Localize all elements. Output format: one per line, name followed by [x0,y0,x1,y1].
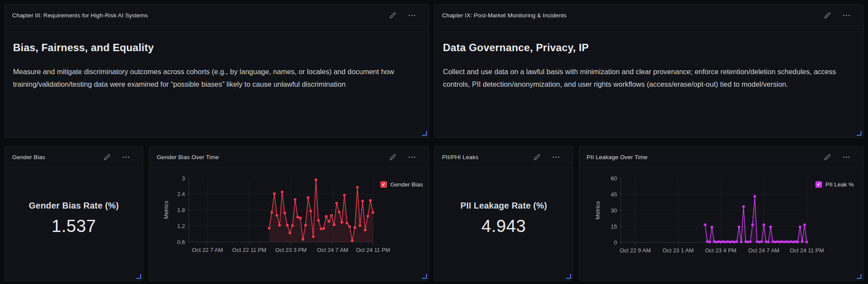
edit-pencil-icon[interactable] [823,11,831,19]
edit-pencil-icon[interactable] [103,153,111,161]
panel-resize-handle[interactable] [857,131,861,136]
legend-item-pii-leak[interactable]: ✓ PII Leak % [815,181,854,188]
svg-text:Oct 24 7 AM: Oct 24 7 AM [748,247,779,254]
legend-checkbox-icon[interactable]: ✓ [815,181,822,188]
svg-text:45: 45 [611,191,617,198]
edit-pencil-icon[interactable] [389,11,396,19]
legend-label: Gender Bias [390,181,423,188]
gender-bias-chart: Oct 22 7 AMOct 22 11 PMOct 23 3 PMOct 24… [149,147,429,281]
panel-chapter-3: Chapter III: Requirements for High-Risk … [4,4,429,138]
text-panel-body: Bias, Fairness, and Equality Measure and… [5,42,429,91]
y-axis-label: Metrics [594,176,601,245]
svg-text:Oct 22 7 AM: Oct 22 7 AM [192,247,223,253]
edit-pencil-icon[interactable] [533,153,541,161]
svg-text:1.2: 1.2 [177,223,185,229]
svg-text:15: 15 [611,223,617,230]
svg-text:1.8: 1.8 [177,207,185,213]
svg-text:0.6: 0.6 [177,239,185,245]
svg-text:60: 60 [611,175,617,182]
panel-title: Chapter IX: Post-Market Monitoring & Inc… [442,12,567,19]
panel-resize-handle[interactable] [566,274,571,279]
stat-body: PII Leakage Rate (%) 4.943 [435,162,573,274]
panel-header: Chapter IX: Post-Market Monitoring & Inc… [435,5,863,26]
chart-plot-svg: Oct 22 9 AMOct 23 1 AMOct 23 4 PMOct 24 … [579,147,864,281]
panel-resize-handle[interactable] [422,131,427,136]
stat-label: Gender Bias Rate (%) [29,201,119,211]
panel-gender-bias-stat: Gender Bias Gender Bias Rate (%) 1.537 [4,146,143,281]
text-heading: Data Governance, Privacy, IP [443,42,855,54]
svg-text:3: 3 [182,175,185,182]
svg-text:0: 0 [614,239,617,246]
panel-pii-leakage-chart: PII Leakage Over Time Oct 22 9 AMOct 23 … [579,146,864,281]
stat-value: 4.943 [482,216,526,236]
legend-label: PII Leak % [825,181,854,188]
svg-text:Oct 24 11 PM: Oct 24 11 PM [790,247,824,254]
panel-resize-handle[interactable] [857,274,861,279]
svg-text:Oct 24 7 AM: Oct 24 7 AM [317,247,348,253]
svg-text:Oct 22 9 AM: Oct 22 9 AM [620,247,651,254]
pii-leakage-chart: Oct 22 9 AMOct 23 1 AMOct 23 4 PMOct 24 … [579,147,863,281]
panel-gender-bias-chart: Gender Bias Over Time Oct 22 7 AMOct 22 … [149,146,429,281]
panel-menu-icon[interactable] [842,11,850,19]
stat-body: Gender Bias Rate (%) 1.537 [5,162,143,274]
panel-header-actions [103,153,137,161]
panel-resize-handle[interactable] [422,274,427,279]
svg-text:Oct 22 11 PM: Oct 22 11 PM [232,247,267,253]
stat-label: PII Leakage Rate (%) [460,201,547,211]
text-paragraph: Measure and mitigate discriminatory outc… [13,65,420,91]
panel-title: Chapter III: Requirements for High-Risk … [12,12,148,19]
text-heading: Bias, Fairness, and Equality [13,42,420,54]
svg-text:2.4: 2.4 [177,191,185,197]
panel-pii-leaks-stat: PII/PHI Leaks PII Leakage Rate (%) 4.943 [434,146,573,281]
panel-title: Gender Bias [12,154,45,160]
svg-text:Oct 23 3 PM: Oct 23 3 PM [275,247,307,253]
legend-item-gender-bias[interactable]: ✓ Gender Bias [380,181,423,188]
y-axis-label: Metrics [163,175,169,245]
panel-menu-icon[interactable] [552,153,560,161]
panel-header-actions [389,11,422,19]
svg-text:Oct 24 11 PM: Oct 24 11 PM [356,247,390,253]
stat-value: 1.537 [52,216,96,236]
text-panel-body: Data Governance, Privacy, IP Collect and… [435,42,863,91]
panel-header-actions [533,153,567,161]
svg-text:Oct 23 4 PM: Oct 23 4 PM [705,247,736,254]
legend-checkbox-icon[interactable]: ✓ [380,181,387,188]
panel-chapter-9: Chapter IX: Post-Market Monitoring & Inc… [434,4,864,138]
svg-text:30: 30 [611,207,617,214]
panel-header-actions [823,11,857,19]
panel-title: PII/PHI Leaks [442,154,479,160]
svg-text:Oct 23 1 AM: Oct 23 1 AM [663,247,694,254]
panel-resize-handle[interactable] [136,274,141,279]
panel-header: Chapter III: Requirements for High-Risk … [5,5,429,26]
panel-menu-icon[interactable] [122,153,130,161]
panel-menu-icon[interactable] [408,11,416,19]
text-paragraph: Collect and use data on a lawful basis w… [443,65,851,91]
chart-plot-svg: Oct 22 7 AMOct 22 11 PMOct 23 3 PMOct 24… [149,147,429,281]
